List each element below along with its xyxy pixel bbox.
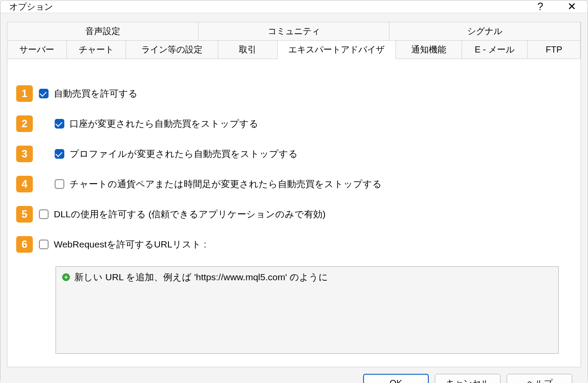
option-row-3: 3 プロファイルが変更されたら自動売買をストップする — [16, 146, 559, 162]
badge-2: 2 — [16, 115, 33, 132]
option-row-2: 2 口座が変更されたら自動売買をストップする — [16, 115, 559, 132]
option-row-4: 4 チャートの通貨ペアまたは時間足が変更されたら自動売買をストップする — [16, 176, 559, 192]
help-button[interactable]: ヘルプ — [507, 374, 572, 383]
option-row-1: 1 自動売買を許可する — [16, 85, 559, 102]
checkbox-wrapper-allow-dll: DLLの使用を許可する (信頼できるアプリケーションのみで有効) — [39, 208, 326, 220]
tab-trade[interactable]: 取引 — [218, 41, 278, 59]
checkbox-wrapper-webrequest: WebRequestを許可するURLリスト : — [39, 238, 206, 251]
tab-ftp[interactable]: FTP — [528, 41, 581, 59]
checkbox-allow-dll[interactable] — [39, 209, 49, 219]
tabs-row-lower: サーバー チャート ライン等の設定 取引 エキスパートアドバイザ 通知機能 E … — [7, 41, 581, 59]
help-icon[interactable]: ? — [533, 0, 547, 13]
tab-content: 1 自動売買を許可する 2 口座が変更されたら自動売買をストップする 3 — [7, 59, 581, 367]
titlebar: オプション ? ✕ — [0, 0, 588, 13]
tab-server[interactable]: サーバー — [7, 41, 67, 59]
tab-notifications[interactable]: 通知機能 — [396, 41, 462, 59]
tab-community[interactable]: コミュニティ — [199, 22, 390, 41]
badge-5: 5 — [16, 206, 33, 223]
url-placeholder-text: 新しい URL を追加、例えば 'https://www.mql5.com' の… — [74, 271, 328, 283]
label-allow-webrequest: WebRequestを許可するURLリスト : — [54, 238, 206, 251]
ok-button[interactable]: OK — [363, 374, 429, 383]
tabs-row-upper: 音声設定 コミュニティ シグナル — [7, 22, 581, 41]
tab-email[interactable]: E - メール — [462, 41, 528, 59]
close-icon[interactable]: ✕ — [565, 0, 579, 13]
checkbox-allow-webrequest[interactable] — [39, 240, 49, 249]
titlebar-controls: ? ✕ — [533, 0, 579, 13]
checkbox-stop-on-profile-change[interactable] — [55, 149, 64, 159]
checkbox-allow-autotrading[interactable] — [39, 89, 49, 98]
button-bar: OK キャンセル ヘルプ — [7, 367, 581, 383]
tabs-panel: 音声設定 コミュニティ シグナル サーバー チャート ライン等の設定 取引 エキ… — [7, 22, 581, 367]
checkbox-wrapper-allow-autotrading: 自動売買を許可する — [39, 87, 138, 100]
url-list[interactable]: + 新しい URL を追加、例えば 'https://www.mql5.com'… — [56, 266, 559, 354]
dialog-title: オプション — [9, 1, 53, 13]
label-stop-on-symbol-change: チャートの通貨ペアまたは時間足が変更されたら自動売買をストップする — [70, 178, 382, 190]
badge-1: 1 — [16, 85, 33, 102]
badge-4: 4 — [16, 176, 33, 192]
label-stop-on-profile-change: プロファイルが変更されたら自動売買をストップする — [70, 148, 298, 160]
options-dialog: オプション ? ✕ 音声設定 コミュニティ シグナル サーバー チャート ライン… — [0, 0, 588, 383]
tab-signals[interactable]: シグナル — [389, 22, 581, 41]
label-allow-dll: DLLの使用を許可する (信頼できるアプリケーションのみで有効) — [54, 208, 326, 220]
option-row-6: 6 WebRequestを許可するURLリスト : — [16, 236, 559, 253]
tab-sound[interactable]: 音声設定 — [7, 22, 199, 41]
checkbox-stop-on-symbol-change[interactable] — [55, 179, 64, 189]
option-row-5: 5 DLLの使用を許可する (信頼できるアプリケーションのみで有効) — [16, 206, 559, 223]
tab-expert-advisors[interactable]: エキスパートアドバイザ — [278, 41, 396, 59]
badge-6: 6 — [16, 236, 33, 253]
url-add-row[interactable]: + 新しい URL を追加、例えば 'https://www.mql5.com'… — [62, 271, 552, 283]
tab-chart[interactable]: チャート — [67, 41, 126, 59]
checkbox-stop-on-account-change[interactable] — [55, 119, 64, 129]
checkbox-wrapper-account-change: 口座が変更されたら自動売買をストップする — [55, 118, 259, 130]
cancel-button[interactable]: キャンセル — [435, 374, 500, 383]
checkbox-wrapper-symbol-change: チャートの通貨ペアまたは時間足が変更されたら自動売買をストップする — [55, 178, 382, 190]
label-allow-autotrading: 自動売買を許可する — [54, 87, 138, 100]
add-icon[interactable]: + — [62, 273, 70, 281]
content-area: 音声設定 コミュニティ シグナル サーバー チャート ライン等の設定 取引 エキ… — [0, 13, 588, 383]
label-stop-on-account-change: 口座が変更されたら自動売買をストップする — [70, 118, 259, 130]
badge-3: 3 — [16, 146, 33, 162]
tab-line-settings[interactable]: ライン等の設定 — [126, 41, 218, 59]
checkbox-wrapper-profile-change: プロファイルが変更されたら自動売買をストップする — [55, 148, 298, 160]
